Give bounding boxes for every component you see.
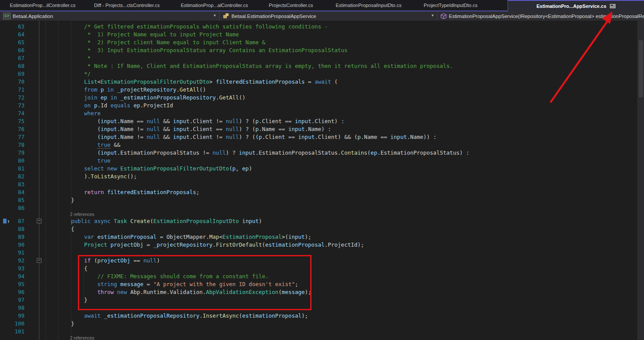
code-line: 93 { xyxy=(0,265,644,273)
line-number: 63 xyxy=(13,23,24,31)
line-number: 86 xyxy=(13,204,24,212)
line-number: 75 xyxy=(13,117,24,125)
breadcrumb-bar: C# Betaal.Application ▾ Betaal.Estimatio… xyxy=(0,11,644,21)
line-number: 68 xyxy=(13,62,24,70)
code-line: 94 // FIXME: Messages should come from a… xyxy=(0,273,644,280)
line-number: 91 xyxy=(13,249,24,257)
code-line: 64 * 1) Project Name equal to input Proj… xyxy=(0,31,644,39)
code-area: 63 /* Get filtered estimationProposals w… xyxy=(0,21,644,340)
code-line: 88 { xyxy=(0,225,644,233)
code-line: 101 xyxy=(0,328,644,336)
code-line: 98 xyxy=(0,304,644,312)
vs-editor-window: EstimationProp...ilController.csDiff - P… xyxy=(0,0,644,340)
code-editor[interactable]: 63 /* Get filtered estimationProposals w… xyxy=(0,21,644,340)
member-dropdown[interactable]: EstimationProposalAppService(IRepository… xyxy=(438,11,644,21)
code-line: 79 (input.EstimationProposalStatus != nu… xyxy=(0,149,644,157)
codelens-references: 2 references xyxy=(0,336,644,340)
active-tab-estimationproposalappservice[interactable]: EstimationPro...AppService.cs xyxy=(508,0,644,11)
code-line: 68 * Note : If Name, Client and Estimati… xyxy=(0,62,644,70)
line-number: 83 xyxy=(13,181,24,188)
codelens-references: 2 references xyxy=(0,212,644,217)
code-line: 63 /* Get filtered estimationProposals w… xyxy=(0,23,644,31)
code-line: 73 on p.Id equals ep.ProjectId xyxy=(0,102,644,110)
line-number: 100 xyxy=(13,320,24,328)
line-number: 70 xyxy=(13,78,24,86)
code-line: 80 true xyxy=(0,157,644,165)
code-line: 78 true && xyxy=(0,141,644,149)
code-line: 89 var estimationProposal = ObjectMapper… xyxy=(0,233,644,241)
code-line: 77 (input.Name != null && input.Client !… xyxy=(0,133,644,141)
class-dropdown[interactable]: Betaal.EstimationProposalAppService ▾ xyxy=(220,11,438,21)
line-number: 74 xyxy=(13,110,24,117)
line-number: 64 xyxy=(13,31,24,39)
tab-1[interactable]: EstimationProp...ilController.cs xyxy=(0,0,85,11)
class-dropdown-label: Betaal.EstimationProposalAppService xyxy=(231,14,316,19)
code-line: 65 * 2) Project client Name equal to inp… xyxy=(0,39,644,46)
line-number: 69 xyxy=(13,70,24,78)
tab-6[interactable]: ProjectTypeIdInputDto.cs xyxy=(416,0,486,11)
line-number: 73 xyxy=(13,102,24,110)
code-line: 90 Project projectObj = _projectReposito… xyxy=(0,241,644,249)
line-number: 96 xyxy=(13,288,24,296)
line-number: 92 xyxy=(13,257,24,265)
vertical-scrollbar[interactable] xyxy=(637,21,644,340)
project-dropdown[interactable]: C# Betaal.Application ▾ xyxy=(0,11,220,21)
line-number: 88 xyxy=(13,225,24,233)
code-line: 92− if (projectObj == null) xyxy=(0,257,644,265)
code-line: ↑87− public async Task Create(Estimation… xyxy=(0,217,644,225)
code-line: 84 return filteredEstimationProposals; xyxy=(0,188,644,196)
line-number: 93 xyxy=(13,265,24,273)
code-line: 91 xyxy=(0,249,644,257)
line-number: 81 xyxy=(13,165,24,173)
line-number: 77 xyxy=(13,133,24,141)
code-line: 96 throw new Abp.Runtime.Validation.AbpV… xyxy=(0,288,644,296)
line-number: 71 xyxy=(13,86,24,94)
csharp-project-icon: C# xyxy=(3,13,10,19)
line-number: 97 xyxy=(13,296,24,304)
code-line: 67 * xyxy=(0,54,644,62)
code-line: 97 } xyxy=(0,296,644,304)
pin-icon[interactable] xyxy=(610,4,616,8)
fold-collapse-icon[interactable]: − xyxy=(37,219,42,223)
code-line: 86 xyxy=(0,204,644,212)
line-number: 84 xyxy=(13,188,24,196)
code-line: 82 ).ToListAsync(); xyxy=(0,173,644,181)
scrollbar-thumb[interactable] xyxy=(639,40,643,97)
class-icon xyxy=(223,13,229,19)
member-dropdown-label: EstimationProposalAppService(IRepository… xyxy=(449,14,644,19)
line-number: 99 xyxy=(13,312,24,320)
code-line: 75 (input.Name == null && input.Client !… xyxy=(0,117,644,125)
code-line: 99 await _estimationProposalRepository.I… xyxy=(0,312,644,320)
line-number: 101 xyxy=(13,328,24,336)
tab-2[interactable]: Diff - Projects...ctsController.cs xyxy=(85,0,168,11)
code-line: 71 from p in _projectRepository.GetAll() xyxy=(0,86,644,94)
line-number: 78 xyxy=(13,141,24,149)
line-number: 76 xyxy=(13,125,24,133)
line-number: 90 xyxy=(13,241,24,249)
line-number: 66 xyxy=(13,46,24,54)
code-line: 69 */ xyxy=(0,70,644,78)
line-number: 98 xyxy=(13,304,24,312)
project-dropdown-label: Betaal.Application xyxy=(13,14,53,19)
method-icon xyxy=(441,13,447,19)
changed-line-icon: ↑ xyxy=(0,217,13,225)
tab-5[interactable]: EstimationProposalInputDto.cs xyxy=(322,0,416,11)
code-line: 83 xyxy=(0,181,644,188)
line-number: 94 xyxy=(13,273,24,280)
caret-down-icon: ▾ xyxy=(431,13,434,18)
code-line: 81 select new EstimationProposalFilterOu… xyxy=(0,165,644,173)
line-number: 95 xyxy=(13,280,24,288)
caret-down-icon: ▾ xyxy=(214,13,216,18)
code-line: 76 (input.Name != null && input.Client =… xyxy=(0,125,644,133)
tab-4[interactable]: ProjectsController.cs xyxy=(260,0,322,11)
line-number: 65 xyxy=(13,39,24,46)
line-number: 80 xyxy=(13,157,24,165)
code-line: 100 } xyxy=(0,320,644,328)
fold-collapse-icon[interactable]: − xyxy=(37,258,42,263)
line-number: 72 xyxy=(13,94,24,102)
tab-3[interactable]: EstimationProp...alController.cs xyxy=(168,0,260,11)
line-number: 67 xyxy=(13,54,24,62)
line-number: 89 xyxy=(13,233,24,241)
code-line: 85 } xyxy=(0,196,644,204)
tab-bar: EstimationProp...ilController.csDiff - P… xyxy=(0,0,644,11)
